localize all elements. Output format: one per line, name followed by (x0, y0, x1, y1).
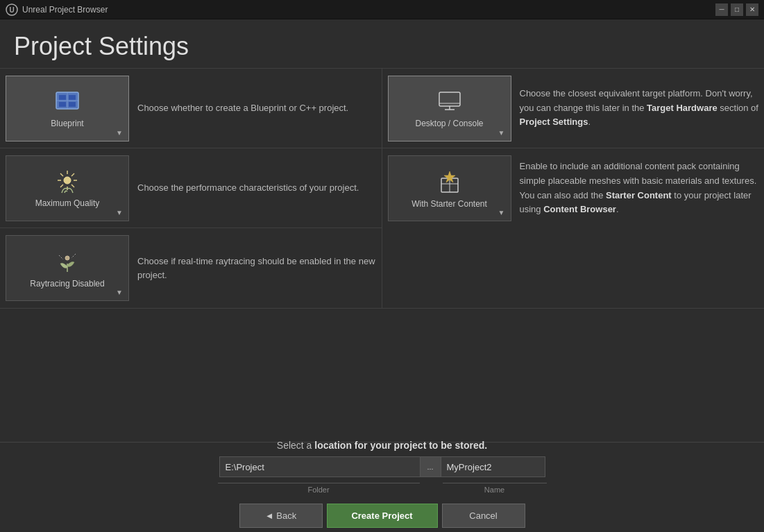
spacer (0, 309, 764, 442)
svg-point-18 (65, 256, 69, 260)
desktop-icon (436, 88, 464, 116)
cancel-button[interactable]: Cancel (442, 504, 525, 528)
quality-dropdown-arrow: ▼ (116, 209, 123, 216)
svg-text:U: U (9, 6, 14, 14)
starter-dropdown-arrow: ▼ (498, 209, 505, 216)
location-bold: location (314, 440, 352, 451)
svg-point-9 (64, 177, 71, 184)
folder-path-input[interactable] (219, 456, 421, 477)
svg-line-15 (71, 185, 74, 187)
starter-content-row: With Starter Content ▼ Enable to include… (382, 148, 765, 228)
desktop-label: Desktop / Console (415, 119, 483, 128)
settings-left-column: Blueprint ▼ Choose whether to create a B… (0, 69, 382, 308)
starter-content-desc: Enable to include an additional content … (520, 160, 759, 217)
svg-rect-4 (69, 95, 76, 100)
raytracing-card[interactable]: Raytracing Disabled ▼ (6, 235, 129, 301)
quality-row: Maximum Quality ▼ Choose the performance… (0, 148, 382, 228)
blueprint-icon (53, 88, 81, 116)
location-suffix: for your project to be stored. (355, 440, 487, 451)
svg-rect-6 (69, 102, 76, 107)
blueprint-label: Blueprint (51, 119, 83, 128)
raytracing-desc: Choose if real-time raytracing should be… (137, 255, 376, 282)
svg-line-17 (60, 185, 63, 187)
quality-label: Maximum Quality (35, 198, 100, 208)
window-title: Unreal Project Browser (22, 5, 108, 15)
minimize-button[interactable]: ─ (715, 3, 728, 16)
blueprint-card[interactable]: Blueprint ▼ (6, 76, 129, 141)
quality-icon (53, 168, 81, 196)
close-button[interactable]: ✕ (746, 3, 758, 16)
svg-line-14 (60, 173, 63, 176)
project-name-input[interactable] (441, 456, 545, 477)
svg-line-16 (71, 173, 74, 176)
raytracing-row: Raytracing Disabled ▼ Choose if real-tim… (0, 228, 382, 308)
desktop-card[interactable]: Desktop / Console ▼ (388, 76, 511, 141)
quality-card[interactable]: Maximum Quality ▼ (6, 155, 129, 221)
label-gap (422, 483, 443, 494)
raytracing-label: Raytracing Disabled (30, 279, 104, 289)
raytracing-icon (53, 248, 81, 276)
back-button[interactable]: ◄ Back (239, 504, 323, 528)
svg-rect-3 (59, 95, 66, 100)
settings-right-column: Desktop / Console ▼ Choose the closest e… (382, 69, 765, 308)
unreal-logo: U (6, 3, 18, 16)
blueprint-desc: Choose whether to create a Blueprint or … (137, 101, 376, 115)
location-label: Select a location for your project to be… (277, 440, 487, 451)
title-bar-controls: ─ □ ✕ (715, 3, 758, 16)
quality-desc: Choose the performance characteristics o… (137, 181, 376, 195)
path-row: ... (219, 456, 545, 477)
starter-content-icon (436, 169, 464, 196)
bottom-bar: Select a location for your project to be… (0, 442, 764, 532)
starter-content-label: With Starter Content (411, 199, 487, 209)
field-labels: Folder Name (218, 483, 547, 494)
blueprint-dropdown-arrow: ▼ (116, 129, 123, 137)
raytracing-dropdown-arrow: ▼ (116, 289, 123, 296)
create-project-button[interactable]: Create Project (327, 504, 438, 528)
name-label: Name (443, 483, 547, 494)
action-buttons: ◄ Back Create Project Cancel (239, 504, 525, 528)
settings-grid: Blueprint ▼ Choose whether to create a B… (0, 69, 764, 309)
maximize-button[interactable]: □ (731, 3, 743, 16)
svg-rect-5 (59, 102, 66, 107)
desktop-desc: Choose the closest equivalent target pla… (520, 87, 759, 130)
folder-label: Folder (218, 483, 420, 494)
page-title: Project Settings (0, 19, 764, 69)
desktop-row: Desktop / Console ▼ Choose the closest e… (382, 69, 765, 148)
blueprint-row: Blueprint ▼ Choose whether to create a B… (0, 69, 382, 148)
starter-content-card[interactable]: With Starter Content ▼ (388, 155, 511, 221)
desktop-dropdown-arrow: ▼ (498, 129, 505, 137)
settings-area: Blueprint ▼ Choose whether to create a B… (0, 69, 764, 532)
title-bar-left: U Unreal Project Browser (6, 3, 108, 16)
browse-button[interactable]: ... (421, 456, 441, 477)
svg-rect-19 (439, 92, 460, 106)
main-content: Project Settings (0, 19, 764, 532)
title-bar: U Unreal Project Browser ─ □ ✕ (0, 0, 764, 19)
